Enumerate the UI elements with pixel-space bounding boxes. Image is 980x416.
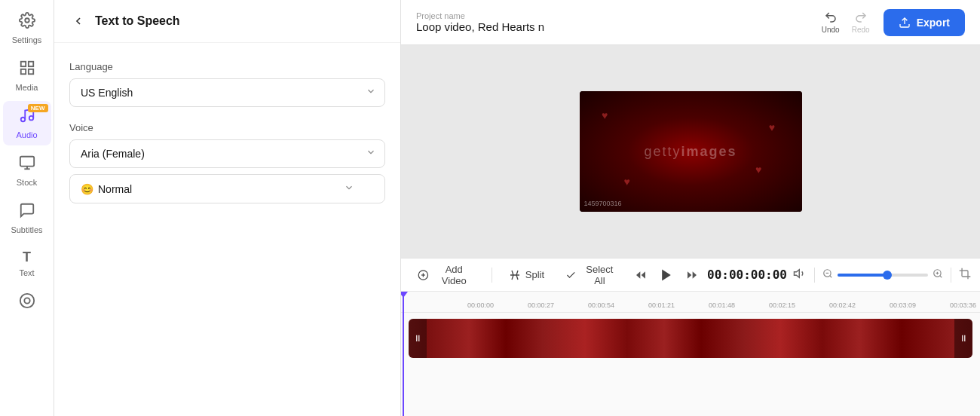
heart-decoration: ♥	[769, 121, 775, 133]
heart-decoration: ♥	[755, 164, 761, 176]
timeline-area: Add Video Split Select All	[401, 258, 980, 416]
undo-label: Undo	[822, 26, 840, 34]
voice-field: Voice Aria (Female) John (Male)	[69, 122, 385, 203]
play-button[interactable]	[656, 265, 677, 286]
toolbar-divider-2	[814, 268, 815, 283]
video-preview-inner: ♥ ♥ ♥ ♥ gettyimages 1459700316	[580, 91, 802, 212]
sidebar-item-text[interactable]: T Text	[3, 243, 51, 283]
stock-icon	[19, 154, 35, 175]
heart-decoration: ♥	[602, 109, 608, 121]
svg-rect-7	[20, 157, 33, 167]
svg-point-0	[25, 18, 29, 23]
panel-title: Text to Speech	[95, 14, 180, 28]
sidebar-item-subtitles-label: Subtitles	[11, 225, 42, 234]
ruler-mark-0: 00:00:00	[467, 301, 528, 309]
tone-select-wrapper: 😊 Normal	[69, 174, 385, 203]
timeline-ruler: 00:00:00 00:00:27 00:00:54 00:01:21 00:0…	[401, 292, 980, 313]
split-label: Split	[525, 269, 544, 280]
zoom-thumb	[883, 271, 892, 280]
text-icon: T	[23, 249, 31, 265]
tone-select[interactable]: 😊 Normal	[69, 174, 385, 203]
new-badge: NEW	[28, 104, 48, 112]
sidebar-item-settings[interactable]: Settings	[3, 6, 51, 50]
timeline-tracks: ⏸ ⏸	[401, 313, 980, 416]
svg-line-19	[830, 275, 832, 277]
sidebar-item-stock-label: Stock	[17, 178, 38, 187]
panel-header: Text to Speech	[54, 0, 400, 43]
ruler-mark-5: 00:02:15	[769, 301, 829, 309]
crop-icon[interactable]	[959, 268, 971, 283]
zoom-slider[interactable]	[838, 274, 928, 277]
language-select-wrapper: US English UK English Spanish	[69, 78, 385, 107]
sidebar-item-audio[interactable]: NEW Audio	[3, 101, 51, 145]
toolbar-divider	[492, 268, 492, 283]
tone-label: Normal	[98, 183, 132, 195]
fast-forward-button[interactable]	[683, 266, 701, 284]
panel-body: Language US English UK English Spanish V…	[54, 43, 400, 222]
export-label: Export	[917, 17, 950, 29]
media-icon	[19, 60, 35, 80]
sidebar-item-media-label: Media	[16, 83, 38, 92]
svg-point-6	[29, 116, 33, 121]
toolbar-divider-3	[951, 268, 951, 283]
export-button[interactable]: Export	[884, 9, 965, 36]
track-content	[427, 319, 954, 358]
undo-button[interactable]: Undo	[817, 9, 844, 36]
svg-marker-16	[662, 269, 671, 280]
sidebar-item-stock[interactable]: Stock	[3, 148, 51, 193]
project-name: Loop video, Red Hearts n	[416, 20, 544, 33]
redo-label: Redo	[852, 26, 870, 34]
subtitles-icon	[19, 202, 35, 222]
ruler-mark-7: 00:03:09	[890, 301, 950, 309]
language-label: Language	[69, 61, 385, 72]
zoom-slider-fill	[838, 274, 887, 277]
svg-rect-4	[20, 69, 25, 74]
preview-area: ♥ ♥ ♥ ♥ gettyimages 1459700316	[401, 45, 980, 258]
sidebar-item-subtitles[interactable]: Subtitles	[3, 196, 51, 240]
redo-button[interactable]: Redo	[847, 9, 874, 36]
add-video-button[interactable]: Add Video	[410, 259, 482, 291]
sidebar-item-text-label: Text	[19, 268, 34, 277]
track-handle-left[interactable]: ⏸	[409, 319, 427, 358]
video-preview: ♥ ♥ ♥ ♥ gettyimages 1459700316	[580, 91, 802, 212]
split-button[interactable]: Split	[501, 265, 552, 286]
top-bar: Project name Loop video, Red Hearts n Un…	[401, 0, 980, 45]
sidebar-item-media[interactable]: Media	[3, 54, 51, 98]
undo-redo: Undo Redo	[817, 9, 874, 36]
project-name-label: Project name	[416, 11, 544, 20]
svg-point-11	[24, 298, 29, 303]
ruler-mark-2: 00:00:54	[588, 301, 648, 309]
rewind-button[interactable]	[632, 266, 650, 284]
voice-row: Aria (Female) John (Male)	[69, 139, 385, 168]
ruler-mark-8: 00:03:36	[950, 301, 980, 309]
video-watermark: gettyimages	[644, 144, 737, 160]
svg-rect-1	[20, 62, 25, 66]
voice-select-wrapper: Aria (Female) John (Male)	[69, 139, 385, 168]
track-handle-right[interactable]: ⏸	[954, 319, 972, 358]
ruler-mark-3: 00:01:21	[648, 301, 709, 309]
sidebar: Settings Media NEW Audio Stock	[0, 0, 54, 416]
ruler-mark-6: 00:02:42	[829, 301, 890, 309]
add-video-label: Add Video	[433, 264, 475, 286]
tone-emoji: 😊	[81, 183, 93, 195]
settings-icon	[19, 12, 35, 32]
sidebar-item-audio-label: Audio	[16, 130, 37, 139]
voice-select[interactable]: Aria (Female) John (Male)	[69, 139, 385, 168]
timeline-toolbar: Add Video Split Select All	[401, 258, 980, 292]
svg-rect-2	[28, 62, 32, 66]
svg-point-10	[20, 294, 33, 307]
back-button[interactable]	[69, 12, 87, 30]
ruler-mark-4: 00:01:48	[709, 301, 769, 309]
voice-label: Voice	[69, 122, 385, 133]
sidebar-item-elements[interactable]	[3, 286, 51, 319]
timeline-controls-right	[793, 267, 971, 283]
select-all-button[interactable]: Select All	[558, 259, 626, 291]
zoom-in-icon	[933, 268, 943, 282]
svg-line-22	[940, 275, 942, 277]
sidebar-item-settings-label: Settings	[12, 35, 42, 44]
ruler-marks: 00:00:00 00:00:27 00:00:54 00:01:21 00:0…	[467, 301, 980, 309]
language-select[interactable]: US English UK English Spanish	[69, 78, 385, 107]
playhead[interactable]	[403, 292, 404, 416]
video-track[interactable]: ⏸ ⏸	[409, 319, 972, 358]
volume-button[interactable]	[793, 267, 807, 283]
